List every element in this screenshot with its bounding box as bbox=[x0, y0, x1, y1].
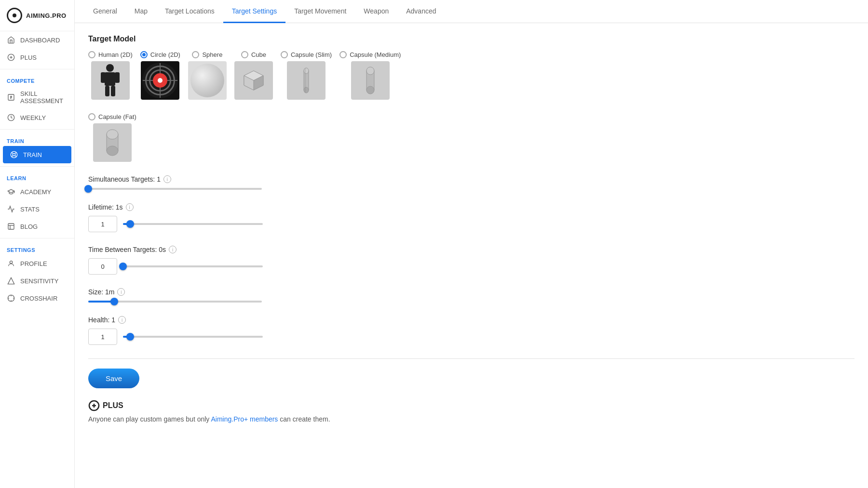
size-info[interactable]: i bbox=[117, 288, 125, 296]
lifetime-info[interactable]: i bbox=[126, 203, 134, 211]
tab-map[interactable]: Map bbox=[126, 0, 156, 23]
lifetime-track[interactable] bbox=[123, 223, 263, 225]
size-row: Size: 1m i bbox=[88, 288, 854, 303]
sidebar-item-label: STATS bbox=[20, 206, 40, 213]
tab-general[interactable]: General bbox=[84, 0, 126, 23]
svg-rect-24 bbox=[115, 72, 120, 83]
tab-target-locations[interactable]: Target Locations bbox=[156, 0, 223, 23]
health-row: Health: 1 i bbox=[88, 316, 854, 345]
sidebar-item-plus[interactable]: PLUS bbox=[0, 49, 74, 66]
stats-icon bbox=[7, 205, 15, 213]
time-between-targets-label: Time Between Targets: 0s bbox=[88, 246, 166, 253]
sidebar-item-label: DASHBOARD bbox=[20, 37, 60, 44]
model-image-cube bbox=[234, 61, 273, 100]
sidebar-item-label: ACADEMY bbox=[20, 188, 51, 196]
radio-capsule-slim[interactable] bbox=[281, 51, 288, 58]
model-label-sphere: Sphere bbox=[202, 51, 222, 58]
divider bbox=[0, 238, 74, 238]
radio-sphere[interactable] bbox=[192, 51, 199, 58]
sidebar-item-blog[interactable]: BLOG bbox=[0, 218, 74, 235]
sidebar-item-weekly[interactable]: WEEKLY bbox=[0, 109, 74, 126]
health-track[interactable] bbox=[123, 336, 263, 338]
sidebar: AIMING.PRO DASHBOARD PLUS COMPETE SKILL … bbox=[0, 0, 75, 488]
model-circle-2d[interactable]: Circle (2D) bbox=[140, 51, 180, 100]
sidebar-item-skill-assessment[interactable]: SKILL ASSESSMENT bbox=[0, 86, 74, 109]
content-area: Target Model Human (2D) bbox=[75, 23, 868, 488]
sidebar-item-sensitivity[interactable]: SENSITIVITY bbox=[0, 272, 74, 290]
svg-line-7 bbox=[12, 152, 13, 154]
tab-target-movement[interactable]: Target Movement bbox=[285, 0, 355, 23]
plus-circle-icon bbox=[7, 53, 15, 62]
academy-icon bbox=[7, 187, 15, 196]
time-between-targets-track[interactable] bbox=[123, 265, 263, 267]
size-label: Size: 1m bbox=[88, 288, 114, 296]
sidebar-item-academy[interactable]: ACADEMY bbox=[0, 183, 74, 200]
plus-members-link[interactable]: Aiming.Pro+ members bbox=[211, 415, 278, 423]
svg-rect-23 bbox=[101, 72, 106, 83]
svg-marker-15 bbox=[8, 277, 14, 284]
time-between-targets-input[interactable] bbox=[88, 258, 117, 275]
model-capsule-medium[interactable]: Capsule (Medium) bbox=[339, 51, 401, 100]
top-nav: General Map Target Locations Target Sett… bbox=[75, 0, 868, 23]
model-sphere[interactable]: Sphere bbox=[188, 51, 227, 100]
plus-description: Anyone can play custom games but only Ai… bbox=[88, 415, 854, 423]
lifetime-label: Lifetime: 1s bbox=[88, 203, 123, 211]
radio-cube[interactable] bbox=[241, 51, 248, 58]
svg-point-40 bbox=[107, 146, 118, 156]
radio-circle-2d[interactable] bbox=[140, 51, 148, 58]
section-label-learn: LEARN bbox=[0, 170, 74, 183]
svg-rect-26 bbox=[111, 86, 115, 96]
sidebar-item-stats[interactable]: STATS bbox=[0, 200, 74, 218]
svg-point-32 bbox=[304, 68, 309, 74]
save-button[interactable]: Save bbox=[88, 369, 139, 388]
sidebar-item-profile[interactable]: PROFILE bbox=[0, 255, 74, 272]
svg-rect-11 bbox=[8, 224, 14, 229]
sidebar-item-label: BLOG bbox=[20, 223, 38, 230]
health-info[interactable]: i bbox=[118, 316, 126, 324]
model-human-2d[interactable]: Human (2D) bbox=[88, 51, 133, 100]
tab-advanced[interactable]: Advanced bbox=[397, 0, 445, 23]
lifetime-input[interactable] bbox=[88, 216, 117, 232]
svg-line-9 bbox=[15, 152, 16, 154]
svg-point-6 bbox=[13, 153, 15, 156]
model-label-capsule-slim: Capsule (Slim) bbox=[291, 51, 332, 58]
svg-point-36 bbox=[366, 67, 374, 75]
target-model-title: Target Model bbox=[88, 35, 854, 43]
divider bbox=[0, 69, 74, 69]
simultaneous-targets-info[interactable]: i bbox=[163, 175, 171, 183]
target-models-row2: Capsule (Fat) bbox=[88, 113, 854, 162]
tab-target-settings[interactable]: Target Settings bbox=[223, 0, 285, 23]
simultaneous-targets-row: Simultaneous Targets: 1 i bbox=[88, 175, 854, 190]
train-icon bbox=[10, 150, 18, 159]
sidebar-item-label: SENSITIVITY bbox=[20, 277, 58, 285]
sidebar-item-train[interactable]: TRAIN bbox=[3, 146, 71, 163]
logo: AIMING.PRO bbox=[0, 0, 74, 31]
radio-human-2d[interactable] bbox=[88, 51, 95, 58]
tab-weapon[interactable]: Weapon bbox=[355, 0, 397, 23]
size-track[interactable] bbox=[88, 301, 262, 303]
model-image-circle-2d bbox=[141, 61, 179, 100]
radio-capsule-medium[interactable] bbox=[339, 51, 347, 58]
health-label: Health: 1 bbox=[88, 316, 115, 324]
radio-capsule-fat[interactable] bbox=[88, 113, 95, 120]
svg-point-14 bbox=[10, 261, 12, 264]
section-label-compete: COMPETE bbox=[0, 72, 74, 86]
svg-rect-25 bbox=[105, 86, 109, 96]
time-between-targets-info[interactable]: i bbox=[169, 246, 176, 253]
simultaneous-targets-track[interactable] bbox=[88, 188, 262, 190]
logo-icon bbox=[7, 8, 22, 23]
section-label-settings: SETTINGS bbox=[0, 241, 74, 255]
divider bbox=[0, 166, 74, 167]
sidebar-item-label: SKILL ASSESSMENT bbox=[20, 90, 68, 105]
divider bbox=[88, 358, 854, 359]
sidebar-item-label: WEEKLY bbox=[20, 114, 46, 121]
divider bbox=[0, 129, 74, 130]
model-capsule-fat[interactable]: Capsule (Fat) bbox=[88, 113, 136, 162]
sidebar-item-crosshair[interactable]: CROSSHAIR bbox=[0, 290, 74, 307]
sidebar-item-dashboard[interactable]: DASHBOARD bbox=[0, 31, 74, 49]
model-cube[interactable]: Cube bbox=[234, 51, 273, 100]
lifetime-row: Lifetime: 1s i bbox=[88, 203, 854, 232]
model-capsule-slim[interactable]: Capsule (Slim) bbox=[281, 51, 332, 100]
model-label-capsule-medium: Capsule (Medium) bbox=[350, 51, 401, 58]
health-input[interactable] bbox=[88, 329, 117, 345]
